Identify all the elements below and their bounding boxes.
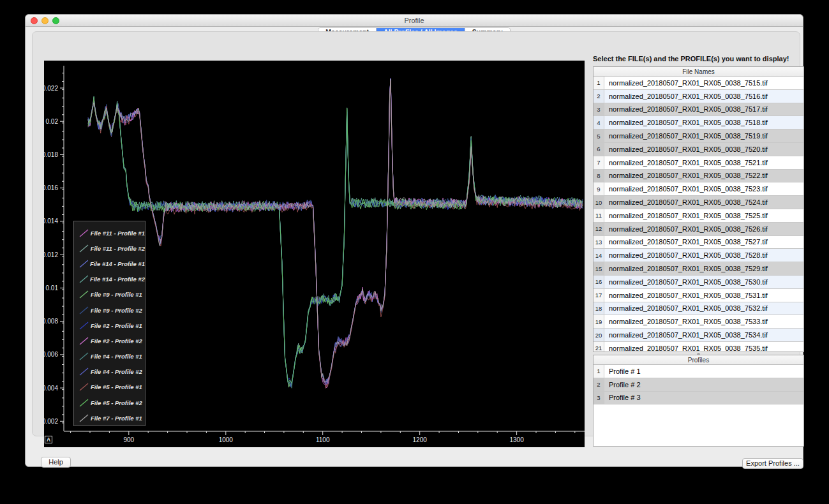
- file-row[interactable]: 13normalized_20180507_RX01_RX05_0038_752…: [594, 236, 803, 249]
- row-index: 13: [594, 236, 604, 249]
- svg-text:0.022: 0.022: [44, 85, 58, 92]
- window-title: Profile: [26, 15, 803, 27]
- legend-entry: File #5 - Profile #2: [79, 395, 145, 410]
- file-row[interactable]: 19normalized_20180507_RX01_RX05_0038_753…: [594, 315, 803, 329]
- profile-row[interactable]: 2Profile # 2: [594, 378, 803, 392]
- zoom-button[interactable]: [52, 17, 59, 24]
- legend-line-sample: [79, 244, 89, 253]
- legend-entry: File #4 - Profile #2: [79, 364, 145, 380]
- legend-line-sample: [79, 229, 89, 237]
- svg-text:0.002: 0.002: [44, 418, 58, 425]
- legend-line-sample: [79, 383, 89, 391]
- legend-entry: File #9 - Profile #2: [79, 302, 145, 318]
- legend-label: File #2 - Profile #1: [91, 322, 142, 329]
- legend-line-sample: [79, 367, 89, 376]
- row-label: normalized_20180507_RX01_RX05_0038_7530.…: [604, 276, 768, 288]
- svg-text:0.016: 0.016: [44, 184, 58, 191]
- plot-legend: File #11 - Profile #1File #11 - Profile …: [73, 221, 146, 426]
- legend-line-sample: [79, 306, 89, 315]
- row-label: normalized_20180507_RX01_RX05_0038_7529.…: [604, 262, 768, 275]
- file-table-body: 1normalized_20180507_RX01_RX05_0038_7515…: [594, 77, 803, 352]
- file-row[interactable]: 10normalized_20180507_RX01_RX05_0038_752…: [594, 196, 803, 209]
- svg-text:0.004: 0.004: [44, 385, 58, 392]
- file-names-header: File Names: [594, 67, 803, 77]
- file-row[interactable]: 1normalized_20180507_RX01_RX05_0038_7515…: [594, 77, 803, 90]
- row-label: Profile # 3: [604, 392, 641, 404]
- legend-label: File #4 - Profile #1: [91, 353, 142, 360]
- content-panel: 0.0220.020.0180.0160.0140.0120.010.0080.…: [32, 31, 800, 436]
- svg-text:1000: 1000: [219, 436, 234, 443]
- svg-text:1300: 1300: [509, 436, 524, 443]
- legend-label: File #9 - Profile #1: [91, 291, 142, 298]
- legend-label: File #14 - Profile #2: [90, 276, 145, 283]
- row-index: 20: [594, 329, 604, 341]
- row-label: normalized_20180507_RX01_RX05_0038_7523.…: [604, 182, 768, 195]
- profiles-table: Profiles 1Profile # 12Profile # 23Profil…: [593, 355, 804, 447]
- file-names-table: File Names 1normalized_20180507_RX01_RX0…: [593, 66, 804, 352]
- profile-table-body: 1Profile # 12Profile # 23Profile # 3: [594, 365, 803, 404]
- minimize-button[interactable]: [41, 17, 49, 24]
- legend-label: File #11 - Profile #2: [91, 245, 145, 252]
- file-row[interactable]: 21normalized_20180507_RX01_RX05_0038_753…: [594, 342, 803, 352]
- file-row[interactable]: 12normalized_20180507_RX01_RX05_0038_752…: [594, 223, 803, 236]
- file-row[interactable]: 5normalized_20180507_RX01_RX05_0038_7519…: [594, 130, 803, 143]
- app-window: Profile Measurement All Profiles / All I…: [25, 14, 803, 467]
- row-index: 3: [594, 392, 604, 404]
- profiles-header: Profiles: [594, 355, 803, 365]
- file-row[interactable]: 8normalized_20180507_RX01_RX05_0038_7522…: [594, 170, 803, 183]
- legend-line-sample: [79, 414, 89, 422]
- row-index: 18: [594, 302, 604, 315]
- svg-text:0.014: 0.014: [44, 218, 58, 225]
- export-profiles-button[interactable]: Export Profiles ...: [742, 458, 803, 469]
- legend-label: File #11 - Profile #1: [91, 230, 145, 237]
- profile-plot[interactable]: 0.0220.020.0180.0160.0140.0120.010.0080.…: [44, 61, 585, 447]
- row-index: 1: [594, 77, 604, 89]
- legend-entry: File #4 - Profile #1: [79, 349, 145, 364]
- close-button[interactable]: [31, 17, 38, 24]
- profile-row[interactable]: 3Profile # 3: [594, 392, 803, 405]
- title-bar[interactable]: Profile: [26, 15, 803, 27]
- legend-entry: File #11 - Profile #2: [79, 241, 145, 256]
- file-row[interactable]: 20normalized_20180507_RX01_RX05_0038_753…: [594, 329, 803, 342]
- row-label: normalized_20180507_RX01_RX05_0038_7518.…: [604, 116, 768, 129]
- file-row[interactable]: 18normalized_20180507_RX01_RX05_0038_753…: [594, 302, 803, 316]
- legend-label: File #7 - Profile #1: [91, 415, 142, 422]
- row-label: normalized_20180507_RX01_RX05_0038_7520.…: [604, 143, 768, 156]
- file-row[interactable]: 11normalized_20180507_RX01_RX05_0038_752…: [594, 209, 803, 223]
- row-label: normalized_20180507_RX01_RX05_0038_7528.…: [604, 249, 768, 262]
- profile-row[interactable]: 1Profile # 1: [594, 365, 803, 378]
- legend-entry: File #2 - Profile #2: [79, 333, 145, 348]
- file-row[interactable]: 14normalized_20180507_RX01_RX05_0038_752…: [594, 249, 803, 262]
- legend-line-sample: [79, 322, 89, 330]
- row-index: 4: [594, 116, 604, 129]
- row-index: 12: [594, 223, 604, 235]
- file-row[interactable]: 6normalized_20180507_RX01_RX05_0038_7520…: [594, 143, 803, 156]
- svg-text:0.006: 0.006: [44, 351, 58, 358]
- row-label: normalized_20180507_RX01_RX05_0038_7534.…: [604, 329, 768, 341]
- file-row[interactable]: 3normalized_20180507_RX01_RX05_0038_7517…: [594, 103, 803, 117]
- row-label: normalized_20180507_RX01_RX05_0038_7525.…: [604, 209, 768, 222]
- file-row[interactable]: 17normalized_20180507_RX01_RX05_0038_753…: [594, 289, 803, 302]
- row-label: normalized_20180507_RX01_RX05_0038_7533.…: [604, 315, 768, 328]
- file-row[interactable]: 4normalized_20180507_RX01_RX05_0038_7518…: [594, 116, 803, 130]
- axis-corner-label[interactable]: A: [45, 436, 52, 443]
- row-label: Profile # 2: [604, 378, 641, 391]
- file-row[interactable]: 9normalized_20180507_RX01_RX05_0038_7523…: [594, 182, 803, 196]
- file-row[interactable]: 7normalized_20180507_RX01_RX05_0038_7521…: [594, 156, 803, 170]
- help-button[interactable]: Help: [41, 457, 71, 468]
- svg-text:0.018: 0.018: [44, 151, 58, 158]
- row-label: normalized_20180507_RX01_RX05_0038_7524.…: [604, 196, 768, 209]
- file-row[interactable]: 16normalized_20180507_RX01_RX05_0038_753…: [594, 276, 803, 289]
- row-index: 15: [594, 262, 604, 275]
- legend-line-sample: [79, 337, 89, 345]
- file-row[interactable]: 2normalized_20180507_RX01_RX05_0038_7516…: [594, 90, 803, 103]
- row-index: 5: [594, 130, 604, 142]
- file-row[interactable]: 15normalized_20180507_RX01_RX05_0038_752…: [594, 262, 803, 276]
- row-label: normalized_20180507_RX01_RX05_0038_7519.…: [604, 130, 768, 142]
- row-label: normalized_20180507_RX01_RX05_0038_7515.…: [604, 77, 768, 89]
- legend-line-sample: [79, 399, 89, 407]
- svg-text:1200: 1200: [413, 436, 428, 443]
- row-label: normalized_20180507_RX01_RX05_0038_7531.…: [604, 289, 768, 302]
- svg-text:1100: 1100: [316, 436, 330, 443]
- legend-entry: File #14 - Profile #2: [79, 272, 145, 287]
